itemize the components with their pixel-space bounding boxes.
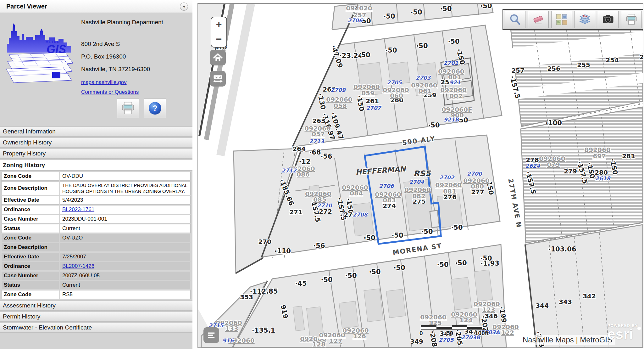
row-value: 2023DDU-001-001 [60,215,191,223]
map-label-lot: 254 [606,56,619,64]
metro-gis-logo: METRO GIS [5,22,74,83]
row-label: Ordinance [1,205,59,214]
map-label-addr: 2709 [330,87,346,93]
row-label: Zone Code [1,234,59,242]
table-row: OrdinanceBL2023-1761 [1,205,191,214]
row-value: 7/25/2007 [60,252,191,261]
ruler-icon [212,73,224,84]
map-label-lot: 270 [258,238,271,245]
map-label-pid: 128 [312,341,325,347]
comments-questions-link[interactable]: Comments or Questions [81,89,139,95]
org-address-line: Nashville, TN 37219-6300 [81,66,150,73]
row-value: BL2007-1426 [60,262,191,271]
map-label-addr: 2713 [309,138,324,144]
map-label-lot: 261 [366,97,379,105]
map-label-pid: 127 [329,337,342,345]
scale-label-100ft: 100ft [475,330,489,337]
row-value: BL2023-1761 [60,205,191,214]
map-label-addr: 921 [449,79,461,86]
map-label-addr: 2706 [347,17,363,24]
map-label-pid: 059 [361,89,375,97]
map-label-pid: 092020 [346,4,372,12]
section-zoning-history[interactable]: Zoning History [0,160,192,171]
section-property-history[interactable]: Property History [0,149,192,159]
zoom-out-button[interactable]: − [211,32,226,47]
org-address-block: Nashville Planning Department 800 2nd Av… [81,19,191,30]
row-value: 2007Z-060U-05 [60,271,191,280]
map-label-dim: ·50 [416,42,428,50]
map-label-pid: 133 [225,325,238,332]
map-label-dim: ·100 [546,119,562,127]
map-label-pid: 083 [383,196,396,204]
section-stormwater-elevation-certificate[interactable]: Stormwater - Elevation Certificate [0,323,192,333]
map-label-dim: ·50 [410,8,422,16]
map-label-dim: ·50 [421,228,433,235]
sidebar-panel: Parcel Viewer ◄ METRO GIS [0,0,192,349]
map-label-dim: ·1.93 [480,260,499,267]
search-tool-button[interactable] [505,11,525,28]
map-label-lot: 257 [511,67,525,74]
collapse-sidebar-icon[interactable]: ◄ [180,3,188,11]
sidebar-filler [0,333,192,349]
map-label-lot: 353 [240,293,253,301]
camera-icon [601,13,615,26]
map-label-street: 27TH AVE N [507,178,523,229]
zoom-in-button[interactable]: + [211,17,226,32]
map-label-dim: ·50 [321,276,332,284]
map-label-addr: 2706 [379,183,394,189]
map-label-addr: 2702 [439,174,454,181]
table-row: Zone Description [1,243,191,252]
map-label-pid: 124 [459,316,473,324]
map-label-pid: 084 [350,189,363,197]
measure-button[interactable] [210,71,226,87]
map-label-lot: 271 [289,208,303,216]
org-address-line: 800 2nd Ave S [81,41,120,48]
map-label-zoneb: RS5 [414,169,431,178]
printer-icon [625,13,638,26]
home-button[interactable] [210,50,226,65]
map-label-dim: ·50 [391,232,403,239]
maps-nashville-link[interactable]: maps.nashville.gov [81,79,127,86]
section-assessment-history[interactable]: Assessment History [0,301,192,311]
eraser-icon [532,13,545,26]
map-label-pid: 080 [471,183,484,190]
map-label-dim: ·135.1 [252,327,275,334]
map-label-lot: 279 [564,167,577,175]
map-label-addr: 2624 [525,163,540,169]
overview-menu-button[interactable] [203,327,219,343]
map-label-lot: 281 [622,152,635,160]
eraser-tool-button[interactable] [528,11,549,28]
screenshot-tool-button[interactable] [598,11,619,28]
section-ownership-history[interactable]: Ownership History [0,138,192,148]
row-value: THE DADU OVERLAY DISTRICT PROVIDES ADDIT… [60,181,191,195]
table-row: Zone CodeOV-DDU [1,172,191,181]
row-label: Case Number [1,215,59,223]
map-label-dim: ·50 [448,38,459,45]
row-label: Zone Description [1,243,59,252]
row-value: OV-UZO [60,234,191,242]
map-label-lot: 255 [577,61,590,69]
print-map-button[interactable] [621,11,642,28]
section-permit-history[interactable]: Permit History [0,312,192,322]
map-label-dim: ·50 [393,264,405,272]
map-label-addr: 2707 [366,105,381,111]
accordion-top: General InformationOwnership HistoryProp… [0,126,192,159]
row-label: Case Number [1,271,59,280]
map-label-dim: ·50 [437,261,448,268]
map-label-addr: 2705 [387,79,402,86]
print-button[interactable] [117,99,139,118]
section-general-information[interactable]: General Information [0,127,192,137]
ordinance-link[interactable]: BL2023-1761 [62,206,94,212]
layers-tool-button[interactable] [575,11,595,28]
map-label-pid: 079 [547,161,560,168]
map-canvas[interactable]: 590 ALYMORENA ST27TH AVE NR6HEFFERMANRS5… [198,4,643,347]
map-label-dim: ·112.85 [250,288,278,295]
map-label-addr: 2701 [443,60,458,66]
help-button[interactable]: ? [144,99,166,118]
basemap-gallery-button[interactable] [551,11,572,28]
map-label-pid: 060 [390,92,403,99]
map-label-addr: 2618 [595,175,611,182]
menu-list-icon [206,330,217,341]
row-label: Effective Date [1,196,59,205]
ordinance-link[interactable]: BL2007-1426 [62,263,94,269]
